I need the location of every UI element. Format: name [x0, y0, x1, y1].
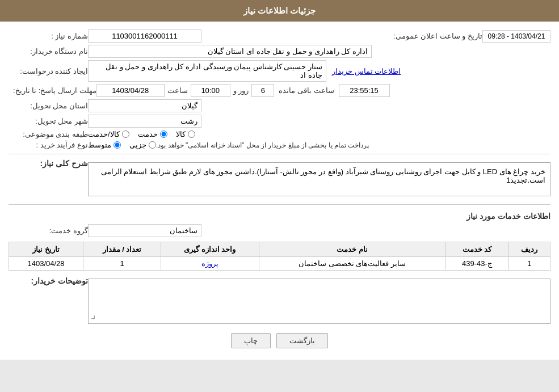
resize-icon: ⌟: [91, 309, 95, 321]
category-radio-group: کالا/خدمت خدمت کالا: [88, 130, 195, 138]
divider-1: [9, 154, 550, 154]
radio-jozii[interactable]: [149, 141, 156, 149]
description-label: شرح کلی نیاز:: [9, 159, 88, 168]
col-service-name: نام خدمت: [259, 242, 445, 257]
radio-motavasset[interactable]: [114, 141, 121, 149]
buyer-notes-box: ⌟: [88, 279, 550, 324]
col-unit: واحد اندازه گیری: [161, 242, 259, 257]
description-value: خرید چراغ های LED و کابل جهت اجرای روشنا…: [88, 162, 550, 196]
services-section-title: اطلاعات خدمات مورد نیاز: [9, 212, 550, 221]
col-row: ردیف: [508, 242, 550, 257]
print-button[interactable]: چاپ: [231, 333, 271, 348]
page-header: جزئیات اطلاعات نیاز: [0, 0, 559, 22]
cell-date: 1403/04/28: [9, 257, 83, 271]
reply-time-label: ساعت: [165, 86, 191, 95]
col-quantity: تعداد / مقدار: [83, 242, 161, 257]
process-motavasset: متوسط: [88, 141, 121, 149]
creator-value: ستار حسینی کارشناس پیمان ورسیدگی اداره ک…: [88, 60, 326, 82]
need-number-value: 1103001162000111: [88, 29, 201, 43]
radio-khedmat[interactable]: [160, 130, 167, 138]
page-title: جزئیات اطلاعات نیاز: [243, 6, 316, 15]
process-row: نوع فرآیند خرید : متوسط جزیی پرداخت تمام…: [9, 141, 550, 149]
buttons-row: بازگشت چاپ: [9, 333, 550, 348]
services-table: ردیف کد خدمت نام خدمت واحد اندازه گیری ت…: [9, 242, 550, 271]
reply-deadline-label: مهلت ارسال پاسخ: تا تاریخ:: [9, 86, 96, 95]
cell-service-name: سایر فعالیت‌های تخصصی ساختمان: [259, 257, 445, 271]
day-label: روز و: [230, 86, 252, 95]
category-kala-khedmat: کالا/خدمت: [88, 130, 129, 138]
process-note: پرداخت تمام یا بخشی از مبلغ خریدار از مح…: [156, 141, 369, 149]
buyer-org-label: نام دستگاه خریدار:: [9, 47, 88, 56]
buyer-org-row: نام دستگاه خریدار: اداره کل راهداری و حم…: [9, 45, 550, 58]
group-label: گروه خدمت:: [9, 226, 88, 235]
announce-datetime-value: 1403/04/21 - 09:28: [482, 30, 550, 43]
col-service-code: کد خدمت: [445, 242, 508, 257]
group-value: ساختمان: [88, 224, 201, 237]
province-label: استان محل تحویل:: [9, 102, 88, 110]
province-row: استان محل تحویل: گیلان: [9, 99, 550, 112]
category-label: طبقه بندی موضوعی:: [9, 130, 88, 138]
col-date: تاریخ نیاز: [9, 242, 83, 257]
table-row: 1 ج-43-439 سایر فعالیت‌های تخصصی ساختمان…: [9, 257, 550, 271]
divider-2: [9, 204, 550, 205]
buyer-notes-label: توضیحات خریدار:: [9, 276, 88, 285]
day-value: 6: [251, 84, 274, 97]
process-jozii: جزیی: [129, 141, 156, 149]
process-radio-group: متوسط جزیی: [88, 141, 156, 149]
need-number-label: شماره نیاز :: [9, 32, 88, 40]
process-label: نوع فرآیند خرید :: [9, 141, 88, 149]
cell-quantity: 1: [83, 257, 161, 271]
group-row: گروه خدمت: ساختمان: [9, 224, 550, 237]
reply-date: 1403/04/28: [96, 84, 165, 97]
services-table-header: ردیف کد خدمت نام خدمت واحد اندازه گیری ت…: [9, 242, 550, 257]
remaining-label: ساعت باقی مانده: [274, 86, 338, 95]
page-wrapper: جزئیات اطلاعات نیاز شماره نیاز : 1103001…: [0, 0, 559, 360]
province-value: گیلان: [88, 99, 201, 112]
buyer-org-value: اداره کل راهداری و حمل و نقل جاده ای است…: [88, 45, 372, 58]
category-khedmat: خدمت: [138, 130, 167, 138]
creator-link[interactable]: اطلاعات تماس خریدار: [332, 67, 401, 75]
radio-kala-khedmat[interactable]: [122, 130, 129, 138]
city-row: شهر محل تحویل: رشت: [9, 115, 550, 128]
creator-label: ایجاد کننده درخواست:: [9, 67, 88, 75]
remaining-time: 23:55:15: [339, 84, 390, 97]
announce-datetime-label: تاریخ و ساعت اعلان عمومی:: [390, 32, 482, 40]
city-label: شهر محل تحویل:: [9, 117, 88, 125]
category-kala: کالا: [176, 130, 195, 138]
top-info-row: شماره نیاز : 1103001162000111 تاریخ و سا…: [9, 29, 550, 43]
buyer-notes-row: توضیحات خریدار: ⌟: [9, 276, 550, 324]
reply-time: 10:00: [191, 84, 230, 97]
reply-deadline-row: مهلت ارسال پاسخ: تا تاریخ: 1403/04/28 سا…: [9, 84, 550, 97]
creator-row: ایجاد کننده درخواست: ستار حسینی کارشناس …: [9, 60, 550, 82]
radio-kala[interactable]: [188, 130, 195, 138]
back-button[interactable]: بازگشت: [276, 333, 328, 348]
cell-unit: پروژه: [161, 257, 259, 271]
cell-service-code: ج-43-439: [445, 257, 508, 271]
cell-row: 1: [508, 257, 550, 271]
description-row: شرح کلی نیاز: خرید چراغ های LED و کابل ج…: [9, 159, 550, 200]
city-value: رشت: [88, 115, 201, 128]
category-row: طبقه بندی موضوعی: کالا/خدمت خدمت کالا: [9, 130, 550, 138]
main-content: شماره نیاز : 1103001162000111 تاریخ و سا…: [0, 22, 559, 360]
